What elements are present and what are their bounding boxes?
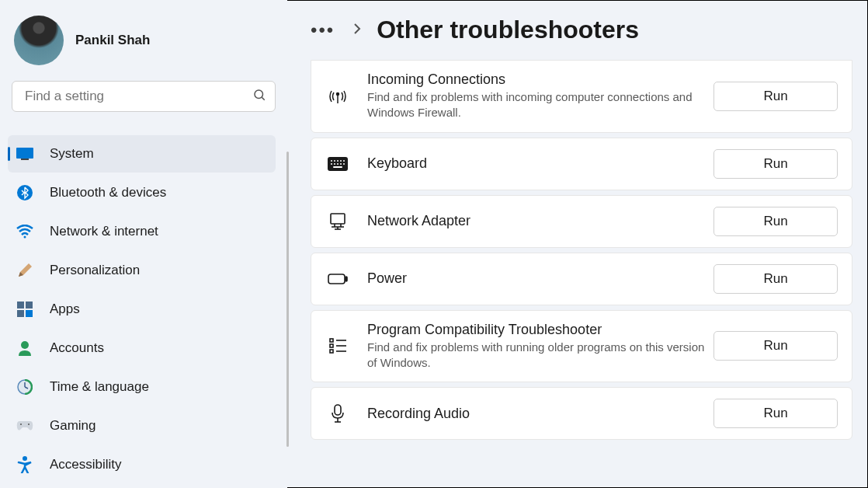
svg-point-21 [331, 160, 332, 162]
svg-rect-39 [345, 277, 347, 281]
antenna-icon [322, 88, 353, 105]
card-body: Incoming Connections Find and fix proble… [367, 71, 713, 121]
card-body: Program Compatibility Troubleshooter Fin… [367, 322, 713, 371]
svg-rect-31 [333, 166, 342, 168]
sidebar-item-label: Apps [50, 302, 80, 317]
gamepad-icon [16, 417, 34, 435]
card-title: Network Adapter [367, 213, 713, 229]
battery-icon [322, 273, 353, 285]
keyboard-icon [322, 157, 353, 171]
svg-point-16 [28, 424, 30, 425]
chevron-right-icon [353, 23, 361, 38]
svg-rect-9 [26, 310, 33, 317]
sidebar-item-gaming[interactable]: Gaming [8, 407, 276, 444]
network-adapter-icon [322, 212, 353, 231]
svg-rect-46 [335, 405, 341, 415]
sidebar-item-label: Gaming [50, 418, 96, 434]
troubleshooter-card-network-adapter: Network Adapter Run [311, 195, 852, 248]
card-body: Recording Audio [367, 406, 713, 422]
list-icon [322, 338, 353, 354]
svg-point-28 [337, 163, 339, 165]
sidebar-item-label: Accounts [50, 340, 104, 356]
svg-rect-7 [26, 302, 33, 308]
card-body: Network Adapter [367, 213, 713, 229]
search-input[interactable] [12, 81, 276, 112]
sidebar: Pankil Shah System Bluetooth & devices N… [0, 0, 287, 488]
apps-icon [16, 300, 34, 319]
run-button[interactable]: Run [713, 207, 838, 236]
card-body: Power [367, 270, 713, 287]
card-title: Recording Audio [367, 406, 713, 422]
svg-rect-32 [331, 214, 345, 224]
card-title: Keyboard [367, 155, 713, 172]
more-icon[interactable]: ••• [311, 19, 335, 41]
card-title: Power [367, 270, 713, 287]
card-desc: Find and fix problems with incoming comp… [367, 89, 713, 121]
user-name: Pankil Shah [75, 33, 150, 48]
sidebar-scrollbar[interactable] [286, 152, 289, 447]
svg-rect-2 [16, 148, 33, 159]
svg-point-5 [24, 236, 26, 239]
person-icon [16, 339, 34, 357]
svg-point-17 [23, 456, 27, 461]
svg-rect-8 [17, 310, 24, 317]
svg-point-27 [334, 163, 335, 165]
svg-rect-40 [330, 339, 333, 342]
svg-point-25 [343, 160, 345, 162]
svg-rect-3 [21, 159, 29, 160]
page-title: Other troubleshooters [377, 16, 639, 44]
svg-point-29 [340, 163, 342, 165]
search-container [12, 81, 276, 112]
bluetooth-icon [16, 183, 34, 202]
clock-icon [16, 378, 34, 396]
svg-point-30 [343, 163, 345, 165]
sidebar-item-accounts[interactable]: Accounts [8, 329, 276, 367]
sidebar-item-time[interactable]: Time & language [8, 368, 276, 406]
sidebar-item-accessibility[interactable]: Accessibility [8, 446, 276, 483]
user-profile[interactable]: Pankil Shah [8, 8, 279, 81]
run-button[interactable]: Run [713, 149, 838, 179]
wifi-icon [16, 222, 34, 241]
troubleshooter-card-recording-audio: Recording Audio Run [311, 387, 852, 440]
sidebar-item-label: Accessibility [50, 457, 122, 472]
troubleshooter-card-incoming-connections: Incoming Connections Find and fix proble… [311, 60, 852, 133]
svg-point-23 [337, 160, 339, 162]
brush-icon [16, 261, 34, 280]
troubleshooter-card-power: Power Run [311, 253, 852, 305]
sidebar-item-label: Bluetooth & devices [50, 185, 166, 200]
sidebar-item-personalization[interactable]: Personalization [8, 252, 276, 289]
accessibility-icon [16, 455, 34, 474]
svg-point-15 [20, 424, 22, 425]
system-icon [16, 145, 34, 163]
svg-rect-38 [328, 274, 345, 284]
svg-point-24 [340, 160, 342, 162]
svg-point-10 [21, 341, 29, 349]
sidebar-item-label: Personalization [50, 263, 140, 278]
sidebar-item-label: Network & internet [50, 224, 158, 239]
microphone-icon [322, 404, 353, 423]
nav-list: System Bluetooth & devices Network & int… [8, 135, 279, 483]
breadcrumb: ••• Other troubleshooters [311, 16, 852, 44]
svg-point-26 [331, 163, 332, 165]
run-button[interactable]: Run [713, 82, 838, 111]
card-title: Program Compatibility Troubleshooter [367, 322, 713, 338]
troubleshooter-card-program-compatibility: Program Compatibility Troubleshooter Fin… [311, 310, 852, 383]
sidebar-item-label: Time & language [50, 379, 149, 395]
card-body: Keyboard [367, 155, 713, 172]
svg-rect-44 [330, 350, 333, 353]
run-button[interactable]: Run [713, 264, 838, 294]
svg-point-22 [334, 160, 335, 162]
sidebar-item-apps[interactable]: Apps [8, 291, 276, 328]
sidebar-item-network[interactable]: Network & internet [8, 213, 276, 250]
main-content: ••• Other troubleshooters Incoming Conne… [303, 0, 868, 488]
svg-rect-6 [17, 302, 24, 308]
run-button[interactable]: Run [713, 399, 838, 428]
troubleshooter-card-keyboard: Keyboard Run [311, 138, 852, 190]
sidebar-item-system[interactable]: System [8, 135, 276, 173]
avatar [14, 16, 64, 65]
sidebar-item-label: System [50, 146, 94, 162]
run-button[interactable]: Run [713, 331, 838, 361]
svg-rect-42 [330, 344, 333, 347]
card-desc: Find and fix problems with running older… [367, 340, 713, 371]
sidebar-item-bluetooth[interactable]: Bluetooth & devices [8, 174, 276, 211]
